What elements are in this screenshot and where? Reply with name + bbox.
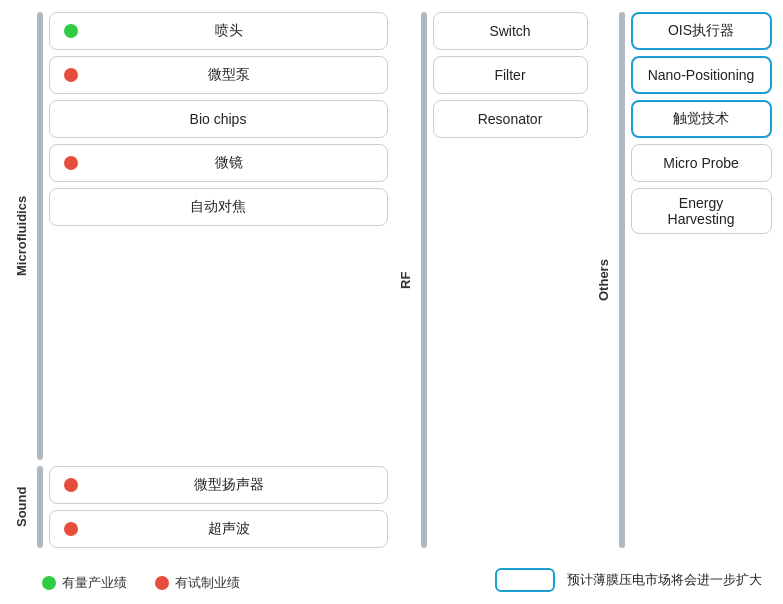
item-label-resonator: Resonator [448,111,573,127]
bottom-note: 预计薄膜压电市场将会进一步扩大 [495,568,772,592]
legend: 有量产业绩 有试制业绩 [42,574,240,592]
item-nanopositioning: Nano-Positioning [631,56,772,94]
item-biochips: Bio chips [49,100,388,138]
item-filter: Filter [433,56,588,94]
item-micropump: 微型泵 [49,56,388,94]
item-haptic: 触觉技术 [631,100,772,138]
item-nozzle: 喷头 [49,12,388,50]
item-label-ultrasound: 超声波 [86,520,373,538]
legend-dot-green [42,576,56,590]
item-label-micropump: 微型泵 [86,66,373,84]
sound-label: Sound [12,466,31,548]
rf-items: Switch Filter Resonator [433,12,588,548]
item-energyharvesting: Energy Harvesting [631,188,772,234]
legend-red: 有试制业绩 [155,574,240,592]
legend-dot-red [155,576,169,590]
legend-green-label: 有量产业绩 [62,574,127,592]
rf-label: RF [396,12,415,548]
item-label-energyharvesting: Energy Harvesting [646,195,757,227]
dot-red-micromirror [64,156,78,170]
rf-bar [421,12,427,548]
item-label-ois: OIS执行器 [647,22,756,40]
item-label-microspeaker: 微型扬声器 [86,476,373,494]
item-autofocus: 自动对焦 [49,188,388,226]
item-label-switch: Switch [448,23,573,39]
item-microspeaker: 微型扬声器 [49,466,388,504]
main-container: Microfluidics 喷头 微型泵 Bio chips [12,12,772,592]
microfluidics-items: 喷头 微型泵 Bio chips 微镜 [49,12,388,460]
bottom-row: 有量产业绩 有试制业绩 预计薄膜压电市场将会进一步扩大 [12,558,772,592]
dot-red-microspeaker [64,478,78,492]
others-label: Others [594,12,613,548]
item-label-filter: Filter [448,67,573,83]
microfluidics-group: Microfluidics 喷头 微型泵 Bio chips [12,12,388,460]
item-resonator: Resonator [433,100,588,138]
item-label-autofocus: 自动对焦 [64,198,373,216]
note-box-icon [495,568,555,592]
dot-red-ultrasound [64,522,78,536]
right-groups: RF Switch Filter Resonator Others [396,12,772,548]
left-groups: Microfluidics 喷头 微型泵 Bio chips [12,12,388,548]
legend-green: 有量产业绩 [42,574,127,592]
legend-red-label: 有试制业绩 [175,574,240,592]
sound-items: 微型扬声器 超声波 [49,466,388,548]
note-text: 预计薄膜压电市场将会进一步扩大 [567,571,762,589]
item-label-micromirror: 微镜 [86,154,373,172]
item-label-biochips: Bio chips [64,111,373,127]
others-bar [619,12,625,548]
others-group: Others OIS执行器 Nano-Positioning 触觉技术 Micr… [594,12,772,548]
item-microprobe: Micro Probe [631,144,772,182]
rf-group: RF Switch Filter Resonator [396,12,588,548]
microfluidics-label: Microfluidics [12,12,31,460]
dot-green-nozzle [64,24,78,38]
dot-red-micropump [64,68,78,82]
others-items: OIS执行器 Nano-Positioning 触觉技术 Micro Probe… [631,12,772,548]
item-ultrasound: 超声波 [49,510,388,548]
item-ois: OIS执行器 [631,12,772,50]
chart-layout: Microfluidics 喷头 微型泵 Bio chips [12,12,772,548]
sound-bar [37,466,43,548]
item-switch: Switch [433,12,588,50]
microfluidics-bar [37,12,43,460]
item-label-microprobe: Micro Probe [646,155,757,171]
item-micromirror: 微镜 [49,144,388,182]
item-label-nozzle: 喷头 [86,22,373,40]
item-label-nanopositioning: Nano-Positioning [647,67,756,83]
item-label-haptic: 触觉技术 [647,110,756,128]
sound-group: Sound 微型扬声器 超声波 [12,466,388,548]
